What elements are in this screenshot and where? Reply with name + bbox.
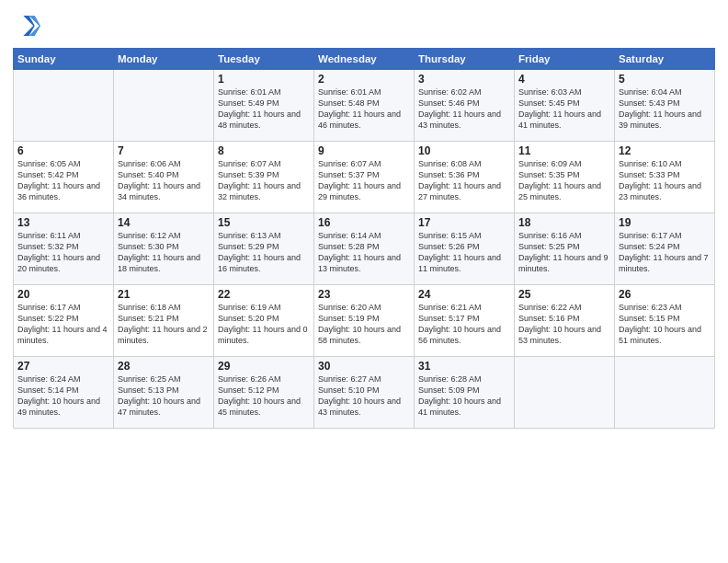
day-cell: 4Sunrise: 6:03 AMSunset: 5:45 PMDaylight… [515,70,615,142]
day-number: 11 [518,144,610,157]
day-cell: 25Sunrise: 6:22 AMSunset: 5:16 PMDayligh… [515,285,615,357]
header-cell-monday: Monday [114,49,214,70]
day-info: Sunrise: 6:02 AMSunset: 5:46 PMDaylight:… [418,86,510,132]
day-number: 27 [17,360,109,373]
day-info: Sunrise: 6:15 AMSunset: 5:26 PMDaylight:… [418,230,510,275]
day-cell: 13Sunrise: 6:11 AMSunset: 5:32 PMDayligh… [14,213,114,285]
week-row-4: 20Sunrise: 6:17 AMSunset: 5:22 PMDayligh… [14,285,715,357]
day-number: 8 [218,144,310,157]
header [13,9,715,42]
day-number: 14 [118,216,210,229]
day-cell: 22Sunrise: 6:19 AMSunset: 5:20 PMDayligh… [214,285,314,357]
day-cell: 15Sunrise: 6:13 AMSunset: 5:29 PMDayligh… [214,213,314,285]
page: SundayMondayTuesdayWednesdayThursdayFrid… [0,0,728,563]
day-info: Sunrise: 6:01 AMSunset: 5:49 PMDaylight:… [218,86,310,132]
day-number: 31 [418,360,510,373]
day-info: Sunrise: 6:26 AMSunset: 5:12 PMDaylight:… [218,373,310,419]
day-cell [114,70,214,142]
day-info: Sunrise: 6:20 AMSunset: 5:19 PMDaylight:… [318,302,410,347]
header-cell-tuesday: Tuesday [214,49,314,70]
header-cell-saturday: Saturday [615,49,715,70]
day-number: 5 [619,73,711,86]
day-number: 23 [318,288,410,301]
day-cell: 16Sunrise: 6:14 AMSunset: 5:28 PMDayligh… [314,213,415,285]
day-cell: 11Sunrise: 6:09 AMSunset: 5:35 PMDayligh… [515,142,615,213]
day-cell: 3Sunrise: 6:02 AMSunset: 5:46 PMDaylight… [415,70,515,142]
day-number: 26 [619,288,711,301]
day-number: 9 [318,144,410,157]
day-cell: 10Sunrise: 6:08 AMSunset: 5:36 PMDayligh… [415,142,515,213]
header-cell-friday: Friday [515,49,615,70]
header-row: SundayMondayTuesdayWednesdayThursdayFrid… [14,49,715,70]
day-cell: 9Sunrise: 6:07 AMSunset: 5:37 PMDaylight… [314,142,415,213]
day-number: 12 [619,144,711,157]
day-number: 29 [218,360,310,373]
day-info: Sunrise: 6:11 AMSunset: 5:32 PMDaylight:… [17,230,109,275]
day-info: Sunrise: 6:28 AMSunset: 5:09 PMDaylight:… [418,373,510,419]
day-cell: 2Sunrise: 6:01 AMSunset: 5:48 PMDaylight… [314,70,415,142]
day-number: 13 [17,216,109,229]
day-info: Sunrise: 6:22 AMSunset: 5:16 PMDaylight:… [518,302,610,347]
day-cell [14,70,114,142]
day-number: 17 [418,216,510,229]
day-number: 24 [418,288,510,301]
header-cell-thursday: Thursday [415,49,515,70]
day-number: 21 [118,288,210,301]
day-cell: 7Sunrise: 6:06 AMSunset: 5:40 PMDaylight… [114,142,214,213]
day-info: Sunrise: 6:24 AMSunset: 5:14 PMDaylight:… [17,373,109,419]
day-number: 30 [318,360,410,373]
day-cell: 12Sunrise: 6:10 AMSunset: 5:33 PMDayligh… [615,142,715,213]
day-cell [515,357,615,429]
day-info: Sunrise: 6:05 AMSunset: 5:42 PMDaylight:… [17,158,109,203]
logo-icon [15,13,40,39]
day-info: Sunrise: 6:03 AMSunset: 5:45 PMDaylight:… [518,86,610,132]
day-info: Sunrise: 6:13 AMSunset: 5:29 PMDaylight:… [218,230,310,275]
day-cell: 20Sunrise: 6:17 AMSunset: 5:22 PMDayligh… [14,285,114,357]
week-row-5: 27Sunrise: 6:24 AMSunset: 5:14 PMDayligh… [14,357,715,429]
day-number: 4 [518,73,610,86]
day-number: 25 [518,288,610,301]
day-cell: 21Sunrise: 6:18 AMSunset: 5:21 PMDayligh… [114,285,214,357]
day-number: 19 [619,216,711,229]
header-cell-sunday: Sunday [14,49,114,70]
day-info: Sunrise: 6:06 AMSunset: 5:40 PMDaylight:… [118,158,210,203]
day-cell: 30Sunrise: 6:27 AMSunset: 5:10 PMDayligh… [314,357,415,429]
day-number: 20 [17,288,109,301]
day-info: Sunrise: 6:07 AMSunset: 5:37 PMDaylight:… [318,158,410,203]
day-cell: 29Sunrise: 6:26 AMSunset: 5:12 PMDayligh… [214,357,314,429]
logo [13,13,40,42]
day-info: Sunrise: 6:16 AMSunset: 5:25 PMDaylight:… [518,230,610,275]
day-cell [615,357,715,429]
day-cell: 8Sunrise: 6:07 AMSunset: 5:39 PMDaylight… [214,142,314,213]
day-number: 1 [218,73,310,86]
day-cell: 6Sunrise: 6:05 AMSunset: 5:42 PMDaylight… [14,142,114,213]
day-cell: 18Sunrise: 6:16 AMSunset: 5:25 PMDayligh… [515,213,615,285]
day-info: Sunrise: 6:25 AMSunset: 5:13 PMDaylight:… [118,373,210,419]
week-row-1: 1Sunrise: 6:01 AMSunset: 5:49 PMDaylight… [14,70,715,142]
day-info: Sunrise: 6:08 AMSunset: 5:36 PMDaylight:… [418,158,510,203]
day-cell: 27Sunrise: 6:24 AMSunset: 5:14 PMDayligh… [14,357,114,429]
day-info: Sunrise: 6:17 AMSunset: 5:24 PMDaylight:… [619,230,711,275]
day-number: 10 [418,144,510,157]
day-cell: 24Sunrise: 6:21 AMSunset: 5:17 PMDayligh… [415,285,515,357]
day-cell: 28Sunrise: 6:25 AMSunset: 5:13 PMDayligh… [114,357,214,429]
day-info: Sunrise: 6:23 AMSunset: 5:15 PMDaylight:… [619,302,711,347]
day-info: Sunrise: 6:21 AMSunset: 5:17 PMDaylight:… [418,302,510,347]
week-row-3: 13Sunrise: 6:11 AMSunset: 5:32 PMDayligh… [14,213,715,285]
day-number: 15 [218,216,310,229]
day-cell: 14Sunrise: 6:12 AMSunset: 5:30 PMDayligh… [114,213,214,285]
day-info: Sunrise: 6:04 AMSunset: 5:43 PMDaylight:… [619,86,711,132]
day-info: Sunrise: 6:10 AMSunset: 5:33 PMDaylight:… [619,158,711,203]
day-cell: 17Sunrise: 6:15 AMSunset: 5:26 PMDayligh… [415,213,515,285]
header-cell-wednesday: Wednesday [314,49,415,70]
day-cell: 19Sunrise: 6:17 AMSunset: 5:24 PMDayligh… [615,213,715,285]
day-cell: 26Sunrise: 6:23 AMSunset: 5:15 PMDayligh… [615,285,715,357]
day-info: Sunrise: 6:17 AMSunset: 5:22 PMDaylight:… [17,302,109,347]
day-number: 28 [118,360,210,373]
day-cell: 1Sunrise: 6:01 AMSunset: 5:49 PMDaylight… [214,70,314,142]
day-number: 16 [318,216,410,229]
day-cell: 5Sunrise: 6:04 AMSunset: 5:43 PMDaylight… [615,70,715,142]
day-number: 3 [418,73,510,86]
day-number: 2 [318,73,410,86]
day-info: Sunrise: 6:14 AMSunset: 5:28 PMDaylight:… [318,230,410,275]
